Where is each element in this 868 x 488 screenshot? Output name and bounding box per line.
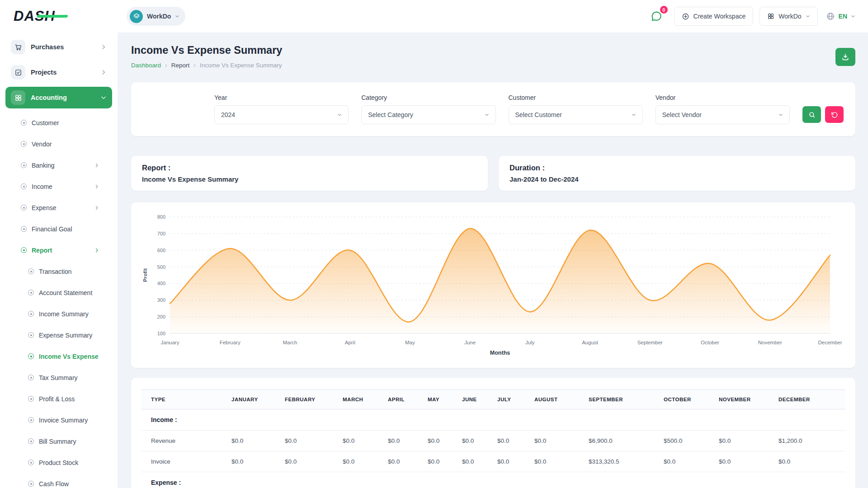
- svg-text:500: 500: [157, 264, 165, 270]
- sidebar-item-label: Expense: [32, 204, 56, 211]
- column-header-july: JULY: [493, 390, 530, 409]
- year-select[interactable]: 2024: [214, 105, 349, 124]
- sidebar-item-report[interactable]: Report: [0, 239, 118, 261]
- chevron-down-icon: [100, 94, 107, 101]
- cell-value: $0.0: [227, 451, 280, 472]
- sidebar-item-cash-flow[interactable]: Cash Flow: [0, 473, 118, 488]
- filter-row: Year2024CategorySelect CategoryCustomerS…: [143, 94, 844, 124]
- download-button[interactable]: [835, 48, 855, 66]
- chevron-down-icon: [485, 113, 489, 117]
- sidebar-item-income-vs-expense[interactable]: Income Vs Expense: [0, 346, 118, 367]
- sidebar-item-label: Vendor: [32, 141, 52, 148]
- sidebar-item-accounting[interactable]: Accounting: [5, 87, 112, 108]
- sidebar-item-financial-goal[interactable]: Financial Goal: [0, 218, 118, 239]
- svg-text:March: March: [283, 340, 297, 345]
- create-workspace-button[interactable]: Create Workspace: [674, 7, 754, 26]
- sidebar-item-customer[interactable]: Customer: [0, 112, 118, 133]
- cell-value: $0.0: [227, 431, 280, 451]
- sidebar-item-income-summary[interactable]: Income Summary: [0, 303, 118, 324]
- vendor-select[interactable]: Select Vendor: [656, 105, 790, 124]
- page-title: Income Vs Expense Summary: [131, 44, 282, 56]
- table-header-row: TYPEJANUARYFEBRUARYMARCHAPRILMAYJUNEJULY…: [141, 390, 845, 409]
- field-label: Year: [214, 94, 349, 101]
- sidebar-item-product-stock[interactable]: Product Stock: [0, 452, 118, 473]
- cell-value: $500.0: [659, 431, 714, 451]
- sidebar-item-label: Purchases: [31, 43, 64, 51]
- cell-value: $0.0: [338, 431, 383, 451]
- sidebar-item-expense-summary[interactable]: Expense Summary: [0, 324, 118, 346]
- breadcrumb: Dashboard›Report›Income Vs Expense Summa…: [131, 61, 282, 69]
- sidebar-item-bill-summary[interactable]: Bill Summary: [0, 431, 118, 452]
- reset-button[interactable]: [825, 106, 844, 123]
- dot-circle-icon: [28, 268, 34, 274]
- sidebar-item-label: Profit & Loss: [39, 395, 75, 403]
- sidebar-item-invoice-summary[interactable]: Invoice Summary: [0, 409, 118, 431]
- workspace-selector[interactable]: WorkDo: [127, 7, 185, 26]
- svg-text:November: November: [758, 340, 782, 345]
- cell-value: $0.0: [774, 451, 845, 472]
- sidebar-item-projects[interactable]: Projects: [5, 61, 112, 83]
- sidebar-item-profit-loss[interactable]: Profit & Loss: [0, 388, 118, 409]
- cart-icon: [11, 40, 25, 54]
- sidebar-item-purchases[interactable]: Purchases: [5, 36, 112, 58]
- dot-circle-icon: [21, 183, 27, 189]
- svg-text:200: 200: [157, 314, 165, 319]
- workdo-menu-label: WorkDo: [778, 13, 801, 20]
- sidebar-item-tax-summary[interactable]: Tax Summary: [0, 367, 118, 388]
- cell-value: $0.0: [659, 451, 714, 472]
- download-icon: [841, 53, 849, 61]
- cell-value: $6,900.0: [584, 431, 659, 451]
- category-select[interactable]: Select Category: [361, 105, 495, 124]
- svg-text:April: April: [345, 340, 355, 345]
- dot-circle-icon: [21, 247, 27, 253]
- globe-icon: [826, 12, 835, 21]
- topbar: DASH WorkDo 0 Create Workspace WorkDo EN: [0, 0, 868, 33]
- filter-card: Year2024CategorySelect CategoryCustomerS…: [131, 82, 855, 136]
- sidebar-item-banking[interactable]: Banking: [0, 155, 118, 176]
- dot-circle-icon: [21, 205, 27, 211]
- field-label: Customer: [509, 94, 643, 101]
- breadcrumb-item[interactable]: Dashboard: [131, 62, 161, 69]
- sidebar-item-label: Invoice Summary: [39, 417, 88, 424]
- cell-value: $313,320.5: [584, 451, 659, 472]
- dot-circle-icon: [21, 162, 27, 168]
- customer-select[interactable]: Select Customer: [509, 105, 643, 124]
- workspace-name: WorkDo: [147, 13, 171, 20]
- sidebar-item-vendor[interactable]: Vendor: [0, 133, 118, 155]
- summary-label: Duration :: [509, 164, 844, 172]
- dot-circle-icon: [21, 120, 27, 126]
- workdo-menu-button[interactable]: WorkDo: [760, 7, 817, 26]
- sidebar-item-account-statement[interactable]: Account Statement: [0, 282, 118, 303]
- dot-circle-icon: [28, 481, 34, 487]
- language-selector[interactable]: EN: [824, 12, 855, 21]
- column-header-august: AUGUST: [530, 390, 584, 409]
- messages-badge: 0: [660, 6, 668, 14]
- sidebar-item-transaction[interactable]: Transaction: [0, 261, 118, 282]
- svg-text:600: 600: [157, 248, 165, 253]
- sidebar-item-label: Financial Goal: [32, 225, 72, 233]
- messages-button[interactable]: 0: [650, 9, 663, 23]
- svg-text:May: May: [405, 340, 415, 345]
- svg-text:June: June: [464, 340, 476, 345]
- sidebar-item-label: Expense Summary: [39, 332, 92, 339]
- cell-value: $0.0: [530, 431, 584, 451]
- app-logo[interactable]: DASH: [14, 8, 116, 24]
- svg-text:300: 300: [157, 297, 165, 303]
- search-button[interactable]: [802, 106, 821, 123]
- sidebar-item-income[interactable]: Income: [0, 176, 118, 197]
- language-code: EN: [839, 13, 847, 20]
- cell-value: $0.0: [493, 451, 530, 472]
- breadcrumb-item: Report: [171, 62, 190, 69]
- cell-value: $0.0: [280, 431, 338, 451]
- grid-icon-glyph: [14, 94, 22, 102]
- sidebar-item-expense[interactable]: Expense: [0, 197, 118, 218]
- summary-value: Income Vs Expense Summary: [142, 175, 477, 183]
- logo-dash-accent: [37, 15, 68, 18]
- chevron-down-icon: [806, 14, 810, 19]
- sidebar-item-label: Product Stock: [39, 459, 78, 466]
- row-type: Revenue: [141, 431, 227, 451]
- tasks-icon-glyph: [14, 69, 22, 76]
- column-header-december: DECEMBER: [774, 390, 845, 409]
- sidebar-item-label: Report: [32, 247, 52, 254]
- cell-value: $0.0: [423, 431, 458, 451]
